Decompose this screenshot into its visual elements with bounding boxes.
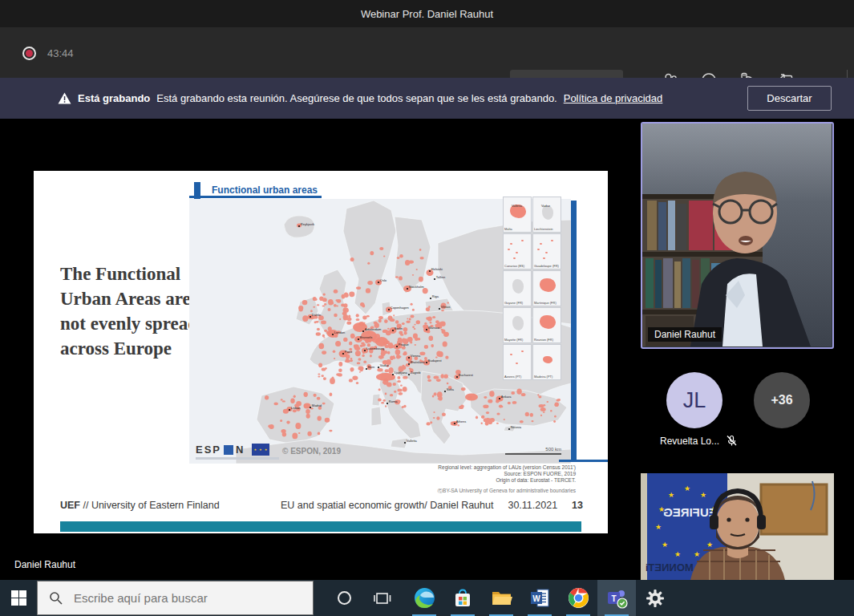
active-speaker-video[interactable]: Daniel Rauhut [641, 122, 834, 349]
europe-fua-map: ReykjavikOsloStockholmHelsinkiTallinnRig… [189, 199, 571, 464]
word-app-button[interactable]: W [520, 580, 559, 616]
participant-video[interactable]: ★★★ ★★ ★★ ★★ ★★ EUFIREG MONNETi [641, 473, 834, 580]
svg-text:Ljubljana: Ljubljana [395, 371, 408, 375]
mic-off-icon [726, 435, 738, 447]
teams-meeting-window: Webinar Prof. Daniel Rauhut 43:44 Solici… [0, 0, 854, 616]
participants-strip: JL +36 Revuelta Lo... [641, 359, 834, 456]
slide-page-number: 13 [572, 500, 583, 511]
svg-text:Nicosia: Nicosia [511, 425, 522, 429]
windows-taskbar: W T [0, 580, 854, 616]
map-title: Functional urban areas [212, 184, 318, 196]
avatar-initials: JL [683, 388, 706, 413]
search-icon [49, 591, 63, 605]
map-inset-mayotte-fr-: Mayotte (FR) [503, 307, 532, 343]
map-scalebar: 500 km [505, 447, 561, 455]
map-inset-guadeloupe-fr-: Guadeloupe (FR) [532, 233, 561, 270]
svg-text:Sofia: Sofia [447, 387, 455, 391]
map-title-underline [189, 196, 322, 198]
settings-app-button[interactable] [636, 580, 674, 616]
settings-gear-icon [645, 588, 666, 609]
inset-city-label: Valletta [512, 204, 522, 208]
slide-footer-date: 30.11.2021 [508, 500, 557, 511]
store-app-button[interactable] [443, 580, 482, 616]
video-name-label: Daniel Rauhut [648, 327, 722, 342]
edge-app-button[interactable] [405, 580, 443, 616]
slide-title: The FunctionalUrban Areas arenot evenly … [60, 261, 204, 361]
espon-logo: ESPN ★ ★ ★ [196, 444, 292, 460]
meeting-timer: 43:44 [47, 47, 74, 59]
recording-banner: Está grabando Está grabando esta reunión… [0, 78, 854, 119]
slide-footer-org: UEF // University of Eastern Finland [60, 500, 220, 511]
overflow-participants-badge[interactable]: +36 [754, 372, 810, 428]
teams-app-button[interactable]: T [597, 580, 636, 616]
svg-text:Vienna: Vienna [411, 354, 421, 358]
map-copyright: © ESPON, 2019 [282, 447, 341, 456]
svg-text:Lisbon: Lisbon [291, 406, 301, 410]
window-titlebar: Webinar Prof. Daniel Rauhut [0, 0, 854, 27]
svg-text:Valletta: Valletta [407, 439, 418, 443]
inset-label: Canarias (ES) [504, 264, 524, 268]
map-inset-malta: VallettaMalta [503, 197, 532, 233]
map-license: ⒸBY-SA University of Geneva for administ… [438, 488, 576, 495]
presenter-name-label: Daniel Rauhut [14, 559, 75, 570]
participant-avatar[interactable]: JL [666, 372, 722, 428]
store-icon [452, 588, 473, 609]
svg-text:Ankara: Ankara [501, 395, 512, 399]
shared-presentation-slide: The FunctionalUrban Areas arenot evenly … [34, 171, 608, 533]
svg-text:Roma: Roma [389, 399, 398, 403]
meeting-stage: The FunctionalUrban Areas arenot evenly … [0, 119, 854, 580]
dismiss-button[interactable]: Descartar [747, 86, 832, 111]
map-inset-madeira-pt-: Madeira (PT) [532, 344, 561, 380]
banner-message: Está grabando esta reunión. Asegúrese de… [156, 92, 557, 104]
participant-figure [641, 473, 834, 580]
svg-text:Bern: Bern [368, 365, 374, 369]
svg-text:Prague: Prague [399, 342, 410, 346]
file-explorer-icon [491, 587, 512, 609]
warning-icon [58, 92, 71, 104]
edge-icon [414, 587, 435, 609]
eu-flag-icon: ★ ★ ★ [252, 444, 269, 456]
svg-text:Athens: Athens [456, 419, 466, 424]
svg-text:W: W [532, 594, 540, 603]
map-inset-martinique-fr-: Martinique (FR) [532, 270, 561, 306]
chrome-app-button[interactable] [559, 580, 597, 616]
svg-text:London: London [334, 330, 345, 334]
inset-label: Azores (PT) [504, 375, 521, 379]
svg-text:Zagreb: Zagreb [411, 371, 421, 375]
map-attribution: Regional level: aggregation of LAUs (ver… [438, 464, 576, 484]
svg-text:Bratislava: Bratislava [411, 360, 425, 364]
cortana-button[interactable] [325, 580, 363, 616]
task-view-icon [374, 590, 391, 607]
map-accent-bar-right [571, 201, 577, 461]
slide-footer-title: EU and spatial economic growth/ Daniel R… [281, 500, 493, 511]
windows-start-icon [11, 590, 26, 606]
taskbar-search[interactable] [37, 581, 314, 615]
search-input[interactable] [74, 591, 282, 605]
task-view-button[interactable] [363, 580, 402, 616]
cortana-icon [338, 591, 351, 605]
map-accent-tick [559, 460, 608, 462]
svg-text:T: T [611, 594, 616, 603]
svg-text:Riga: Riga [432, 294, 439, 298]
svg-text:Vaduz: Vaduz [380, 363, 389, 367]
window-title: Webinar Prof. Daniel Rauhut [361, 8, 493, 20]
svg-text:Reykjavik: Reykjavik [301, 222, 314, 226]
svg-text:Stockholm: Stockholm [409, 285, 424, 289]
inset-label: Madeira (PT) [534, 375, 552, 379]
map-inset-reunion-fr-: Reunion (FR) [532, 307, 561, 343]
svg-text:Luxembourg: Luxembourg [366, 346, 384, 351]
svg-text:Amsterdam: Amsterdam [365, 327, 382, 331]
svg-text:Warsaw: Warsaw [428, 326, 439, 330]
svg-text:Madrid: Madrid [312, 403, 322, 407]
svg-text:Oslo: Oslo [380, 278, 387, 282]
inset-label: Guyane (FR) [504, 301, 523, 305]
privacy-policy-link[interactable]: Política de privacidad [564, 92, 663, 104]
teams-icon: T [606, 587, 628, 609]
inset-label: Martinique (FR) [534, 301, 557, 305]
svg-text:Tallinn: Tallinn [436, 275, 445, 279]
svg-text:Dublin: Dublin [312, 313, 321, 317]
inset-label: Malta [504, 227, 512, 231]
file-explorer-button[interactable] [482, 580, 520, 616]
start-button[interactable] [0, 580, 37, 616]
svg-text:Paris: Paris [345, 350, 352, 354]
